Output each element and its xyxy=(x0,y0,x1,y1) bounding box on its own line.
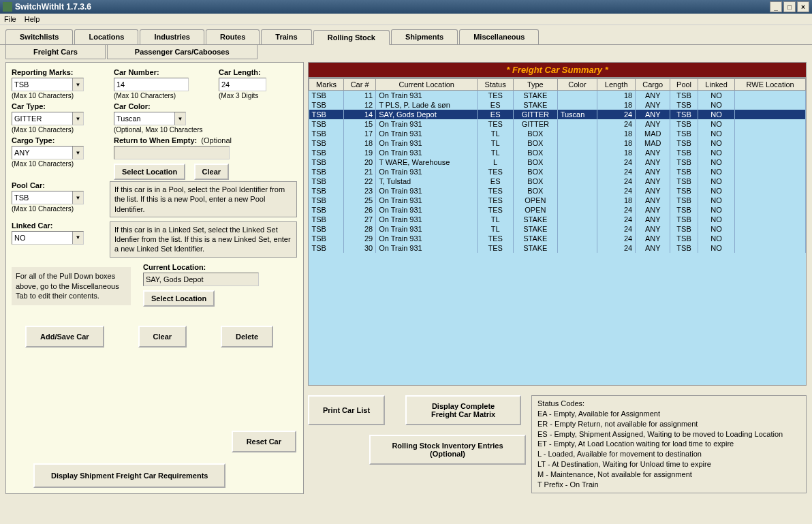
clear-location-button[interactable]: Clear xyxy=(194,164,230,180)
main-tabs: SwitchlistsLocationsIndustriesRoutesTrai… xyxy=(0,25,812,44)
summary-table-wrap[interactable]: MarksCar #Current LocationStatusTypeColo… xyxy=(308,78,807,386)
chevron-down-icon: ▼ xyxy=(72,147,83,159)
table-row[interactable]: TSB11On Train 931TESSTAKE18ANYTSBNO xyxy=(309,91,806,101)
car-number-input[interactable] xyxy=(114,78,189,91)
tab-miscellaneous[interactable]: Miscellaneous xyxy=(459,29,539,44)
col-header[interactable]: Car # xyxy=(344,79,376,91)
subtab-freight-cars[interactable]: Freight Cars xyxy=(5,45,106,59)
table-row[interactable]: TSB28On Train 931TLSTAKE24ANYTSBNO xyxy=(309,224,806,234)
car-type-label: Car Type: xyxy=(12,102,84,110)
cargo-type-combo[interactable]: ▼ xyxy=(12,146,84,159)
car-number-label: Car Number: xyxy=(114,68,189,76)
return-empty-label: Return to When Empty: (Optional xyxy=(114,136,270,144)
tab-rolling-stock[interactable]: Rolling Stock xyxy=(313,30,390,45)
status-line: ES - Empty, Shipment Assigned, Waiting t… xyxy=(537,429,800,440)
status-line: LT - At Destination, Waiting for Unload … xyxy=(537,459,800,469)
col-header[interactable]: Marks xyxy=(309,79,344,91)
col-header[interactable]: RWE Location xyxy=(735,79,806,91)
reset-car-button[interactable]: Reset Car xyxy=(232,431,296,452)
car-length-label: Car Length: xyxy=(219,68,266,76)
tab-shipments[interactable]: Shipments xyxy=(391,29,458,44)
sub-tabs: Freight CarsPassenger Cars/Cabooses xyxy=(0,44,812,59)
print-button[interactable]: Print Car List xyxy=(308,395,385,425)
chevron-down-icon: ▼ xyxy=(174,112,185,125)
col-header[interactable]: Status xyxy=(478,79,514,91)
tab-routes[interactable]: Routes xyxy=(206,29,260,44)
status-line: EA - Empty, Available for Assignment xyxy=(537,409,800,419)
inventory-button[interactable]: Rolling Stock Inventory Entries (Optiona… xyxy=(369,435,526,465)
status-line: ER - Empty Return, not available for ass… xyxy=(537,419,800,429)
chevron-down-icon: ▼ xyxy=(72,112,83,125)
table-row[interactable]: TSB21On Train 931TESBOX24ANYTSBNO xyxy=(309,167,806,176)
tab-trains[interactable]: Trains xyxy=(261,29,311,44)
requirements-button[interactable]: Display Shipment Freight Car Requirement… xyxy=(33,463,225,488)
summary-title: * Freight Car Summary * xyxy=(308,62,807,78)
cargo-type-hint: (Max 10 Characters) xyxy=(12,160,84,168)
col-header[interactable]: Linked xyxy=(698,79,734,91)
table-row[interactable]: TSB22T, TulstadESBOX24ANYTSBNO xyxy=(309,176,806,186)
close-button[interactable]: × xyxy=(797,1,809,12)
select-location-button-2[interactable]: Select Location xyxy=(143,290,215,307)
table-row[interactable]: TSB12T PLS, P. Lade & sønESSTAKE18ANYTSB… xyxy=(309,100,806,110)
linked-help: If this car is in a Linked Set, select t… xyxy=(110,221,297,258)
status-line: ET - Empty, At Load Location waiting for… xyxy=(537,439,800,449)
chevron-down-icon: ▼ xyxy=(72,78,83,91)
table-row[interactable]: TSB29On Train 931TESSTAKE24ANYTSBNO xyxy=(309,234,806,243)
car-color-combo[interactable]: ▼ xyxy=(114,112,186,125)
cargo-type-label: Cargo Type: xyxy=(12,136,84,144)
clear-button[interactable]: Clear xyxy=(138,326,187,348)
matrix-button[interactable]: Display Complete Freight Car Matrix xyxy=(405,395,521,425)
col-header[interactable]: Color xyxy=(557,79,597,91)
col-header[interactable]: Type xyxy=(513,79,557,91)
select-location-button[interactable]: Select Location xyxy=(114,164,185,180)
chevron-down-icon: ▼ xyxy=(72,232,83,244)
table-row[interactable]: TSB23On Train 931TESBOX24ANYTSBNO xyxy=(309,186,806,196)
titlebar: SwitchWithIt 1.7.3.6 _ □ × xyxy=(0,0,812,14)
table-row[interactable]: TSB25On Train 931TESOPEN18ANYTSBNO xyxy=(309,196,806,205)
table-row[interactable]: TSB27On Train 931TLSTAKE24ANYTSBNO xyxy=(309,215,806,224)
return-empty-input[interactable] xyxy=(114,146,230,159)
add-save-button[interactable]: Add/Save Car xyxy=(25,326,104,348)
col-header[interactable]: Length xyxy=(597,79,636,91)
table-row[interactable]: TSB14SAY, Gods DepotESGITTERTuscan24ANYT… xyxy=(309,110,806,119)
car-length-hint: (Max 3 Digits xyxy=(219,92,266,99)
window-title: SwitchWithIt 1.7.3.6 xyxy=(15,2,91,12)
status-line: M - Maintenance, Not available for assig… xyxy=(537,469,800,480)
reporting-marks-label: Reporting Marks: xyxy=(12,68,84,76)
car-length-input[interactable] xyxy=(219,78,266,91)
maximize-button[interactable]: □ xyxy=(783,1,796,12)
car-number-hint: (Max 10 Characters) xyxy=(114,92,189,99)
car-type-hint: (Max 10 Characters) xyxy=(12,126,84,134)
linked-car-combo[interactable]: ▼ xyxy=(12,231,84,245)
reporting-marks-hint: (Max 10 Characters) xyxy=(12,92,84,99)
status-codes: Status Codes: EA - Empty, Available for … xyxy=(531,395,807,493)
table-row[interactable]: TSB17On Train 931TLBOX18MADTSBNO xyxy=(309,129,806,138)
linked-car-label: Linked Car: xyxy=(12,221,92,230)
tab-industries[interactable]: Industries xyxy=(140,29,204,44)
col-header[interactable]: Cargo xyxy=(636,79,670,91)
minimize-button[interactable]: _ xyxy=(770,1,782,12)
menu-help[interactable]: Help xyxy=(25,15,40,23)
table-row[interactable]: TSB30On Train 931TESSTAKE24ANYTSBNO xyxy=(309,243,806,253)
pool-car-label: Pool Car: xyxy=(12,181,92,189)
reporting-marks-combo[interactable]: ▼ xyxy=(12,78,84,91)
table-row[interactable]: TSB15On Train 931TESGITTER24ANYTSBNO xyxy=(309,119,806,129)
table-row[interactable]: TSB18On Train 931TLBOX18MADTSBNO xyxy=(309,138,806,148)
subtab-passenger-cars-cabooses[interactable]: Passenger Cars/Cabooses xyxy=(107,45,257,59)
tab-switchlists[interactable]: Switchlists xyxy=(5,29,73,44)
delete-button[interactable]: Delete xyxy=(221,326,273,348)
car-type-combo[interactable]: ▼ xyxy=(12,112,84,125)
table-row[interactable]: TSB20T WARE, WarehouseLBOX24ANYTSBNO xyxy=(309,157,806,167)
menu-file[interactable]: File xyxy=(4,15,16,23)
table-row[interactable]: TSB26On Train 931TESOPEN24ANYTSBNO xyxy=(309,205,806,215)
app-icon xyxy=(3,2,12,12)
status-line: L - Loaded, Available for movement to de… xyxy=(537,449,800,459)
pool-car-combo[interactable]: ▼ xyxy=(12,191,84,204)
car-color-hint: (Optional, Max 10 Characters xyxy=(114,126,203,134)
chevron-down-icon: ▼ xyxy=(72,191,83,204)
col-header[interactable]: Pool xyxy=(670,79,698,91)
col-header[interactable]: Current Location xyxy=(376,79,478,91)
tab-locations[interactable]: Locations xyxy=(74,29,138,44)
table-row[interactable]: TSB19On Train 931TLBOX18ANYTSBNO xyxy=(309,148,806,157)
current-location-input[interactable] xyxy=(143,273,259,286)
